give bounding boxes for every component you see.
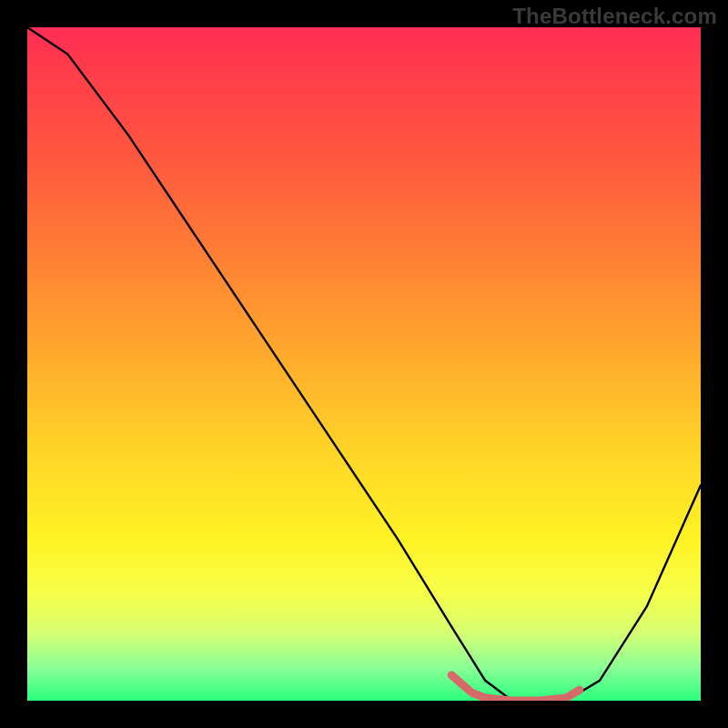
chart-frame: TheBottleneck.com: [0, 0, 728, 728]
plot-area: [27, 27, 701, 701]
bottleneck-curve: [27, 27, 701, 701]
chart-svg: [27, 27, 701, 701]
watermark-text: TheBottleneck.com: [512, 4, 717, 29]
bottom-highlight-segment: [451, 675, 580, 701]
